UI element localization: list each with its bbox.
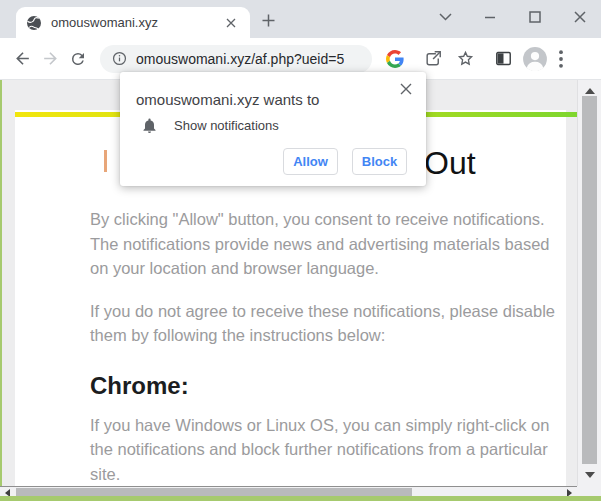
minimize-icon[interactable] xyxy=(483,10,497,24)
bookmark-star-icon[interactable] xyxy=(456,49,475,68)
scroll-up-icon[interactable] xyxy=(585,88,595,94)
dialog-buttons: Allow Block xyxy=(283,148,407,175)
maximize-icon[interactable] xyxy=(528,10,542,24)
globe-favicon-icon xyxy=(26,15,42,31)
horizontal-scrollbar-thumb[interactable] xyxy=(16,488,412,496)
vertical-scrollbar-thumb[interactable] xyxy=(582,96,597,464)
notification-permission-dialog: omouswomani.xyz wants to Show notificati… xyxy=(120,72,426,186)
permission-label: Show notifications xyxy=(174,118,279,133)
menu-kebab-icon[interactable] xyxy=(559,50,563,68)
forward-icon[interactable] xyxy=(36,45,64,73)
allow-button[interactable]: Allow xyxy=(283,148,338,175)
share-icon[interactable] xyxy=(424,49,443,68)
tab-title: omouswomani.xyz xyxy=(51,15,222,30)
google-g-icon[interactable] xyxy=(386,50,404,68)
block-button[interactable]: Block xyxy=(352,148,407,175)
profile-avatar[interactable] xyxy=(522,46,548,72)
url-text[interactable]: omouswomani.xyz/af.php?ueid=5 xyxy=(136,51,344,67)
dialog-close-icon[interactable] xyxy=(398,81,414,97)
chrome-instructions-paragraph: If you have Windows or Linux OS, you can… xyxy=(90,413,570,487)
chrome-subheading: Chrome: xyxy=(90,372,577,400)
reload-icon[interactable] xyxy=(64,45,92,73)
bell-icon xyxy=(142,117,157,134)
page-bottom-edge xyxy=(0,496,601,501)
vertical-scrollbar[interactable] xyxy=(577,80,601,486)
address-bar[interactable]: omouswomani.xyz/af.php?ueid=5 xyxy=(100,45,372,73)
new-tab-button[interactable] xyxy=(260,12,276,28)
scroll-down-icon[interactable] xyxy=(585,472,595,478)
horizontal-scrollbar[interactable] xyxy=(0,486,577,496)
tab-close-icon[interactable] xyxy=(222,14,240,32)
page-left-edge xyxy=(0,80,2,496)
browser-tab[interactable]: omouswomani.xyz xyxy=(16,7,250,38)
scrollbar-corner xyxy=(577,486,601,496)
window-controls xyxy=(438,5,587,29)
chevron-down-icon[interactable] xyxy=(438,10,452,24)
info-icon[interactable] xyxy=(112,51,127,66)
disagree-paragraph: If you do not agree to receive these not… xyxy=(90,299,570,348)
close-window-icon[interactable] xyxy=(573,10,587,24)
tab-bar: omouswomani.xyz xyxy=(0,0,601,38)
side-panel-icon[interactable] xyxy=(494,49,513,68)
intro-paragraph: By clicking "Allow" button, you consent … xyxy=(90,207,570,281)
back-icon[interactable] xyxy=(8,45,36,73)
browser-window: omouswomani.xyz xyxy=(0,0,601,501)
permission-row: Show notifications xyxy=(142,117,279,134)
dialog-title: omouswomani.xyz wants to xyxy=(136,91,319,108)
